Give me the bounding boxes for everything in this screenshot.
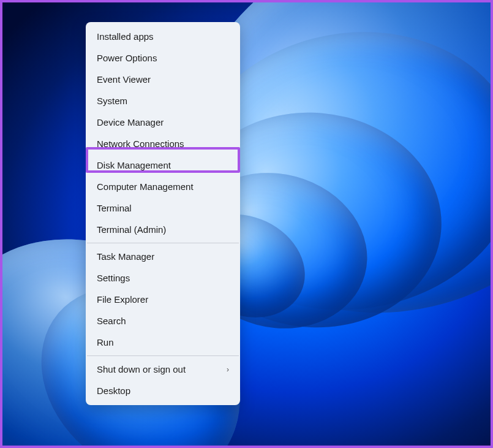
menu-item-label: System bbox=[97, 96, 127, 106]
menu-item-label: Computer Management bbox=[97, 181, 194, 192]
menu-item-label: Desktop bbox=[97, 385, 130, 396]
desktop-wallpaper bbox=[2, 2, 491, 446]
menu-item-power-options[interactable]: Power Options bbox=[86, 47, 240, 69]
menu-item-label: Device Manager bbox=[97, 117, 164, 127]
menu-item-label: Event Viewer bbox=[97, 74, 151, 85]
menu-item-label: File Explorer bbox=[97, 294, 148, 305]
menu-item-run[interactable]: Run bbox=[86, 332, 240, 353]
menu-divider bbox=[87, 355, 239, 356]
menu-item-network-connections[interactable]: Network Connections bbox=[86, 133, 240, 154]
menu-item-computer-management[interactable]: Computer Management bbox=[86, 176, 240, 197]
menu-item-label: Shut down or sign out bbox=[97, 364, 186, 374]
menu-item-device-manager[interactable]: Device Manager bbox=[86, 112, 240, 133]
menu-item-installed-apps[interactable]: Installed apps bbox=[86, 26, 240, 47]
menu-item-search[interactable]: Search bbox=[86, 310, 240, 332]
menu-item-label: Task Manager bbox=[97, 251, 154, 262]
menu-item-label: Installed apps bbox=[97, 31, 154, 42]
menu-item-label: Network Connections bbox=[97, 139, 184, 149]
winx-context-menu: Installed apps Power Options Event Viewe… bbox=[86, 22, 240, 405]
menu-item-system[interactable]: System bbox=[86, 90, 240, 112]
menu-item-label: Disk Management bbox=[97, 160, 171, 170]
menu-item-label: Search bbox=[97, 316, 126, 326]
menu-item-terminal-admin[interactable]: Terminal (Admin) bbox=[86, 219, 240, 240]
menu-item-disk-management[interactable]: Disk Management bbox=[86, 154, 240, 176]
menu-item-label: Settings bbox=[97, 273, 130, 283]
menu-item-label: Power Options bbox=[97, 53, 157, 63]
menu-item-task-manager[interactable]: Task Manager bbox=[86, 246, 240, 267]
menu-item-settings[interactable]: Settings bbox=[86, 267, 240, 289]
menu-item-shutdown[interactable]: Shut down or sign out › bbox=[86, 359, 240, 380]
menu-item-label: Run bbox=[97, 337, 114, 347]
chevron-right-icon: › bbox=[227, 365, 229, 374]
menu-item-file-explorer[interactable]: File Explorer bbox=[86, 289, 240, 310]
menu-item-desktop[interactable]: Desktop bbox=[86, 380, 240, 401]
menu-item-event-viewer[interactable]: Event Viewer bbox=[86, 69, 240, 90]
menu-item-terminal[interactable]: Terminal bbox=[86, 197, 240, 219]
menu-divider bbox=[87, 243, 239, 243]
menu-item-label: Terminal (Admin) bbox=[97, 224, 166, 235]
menu-item-label: Terminal bbox=[97, 203, 132, 213]
